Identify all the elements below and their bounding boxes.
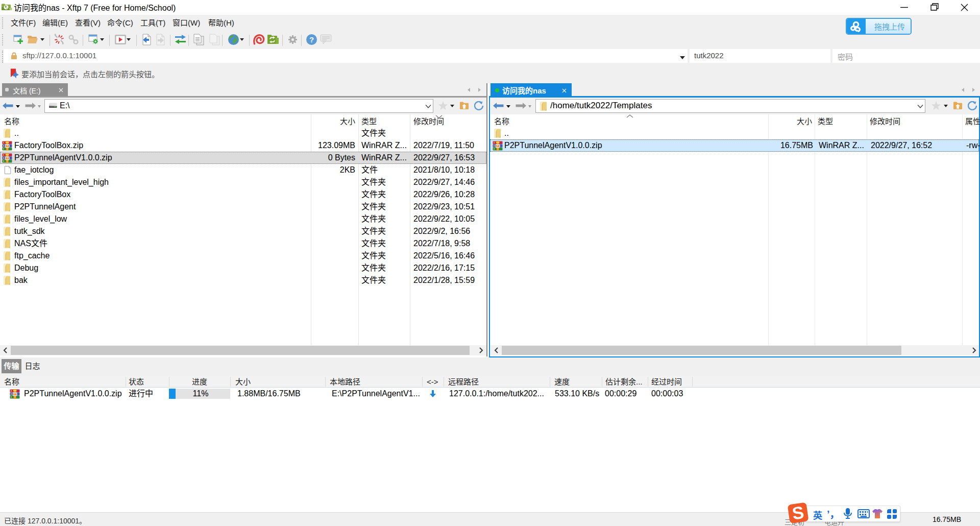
svg-text:?: ?	[309, 35, 314, 44]
